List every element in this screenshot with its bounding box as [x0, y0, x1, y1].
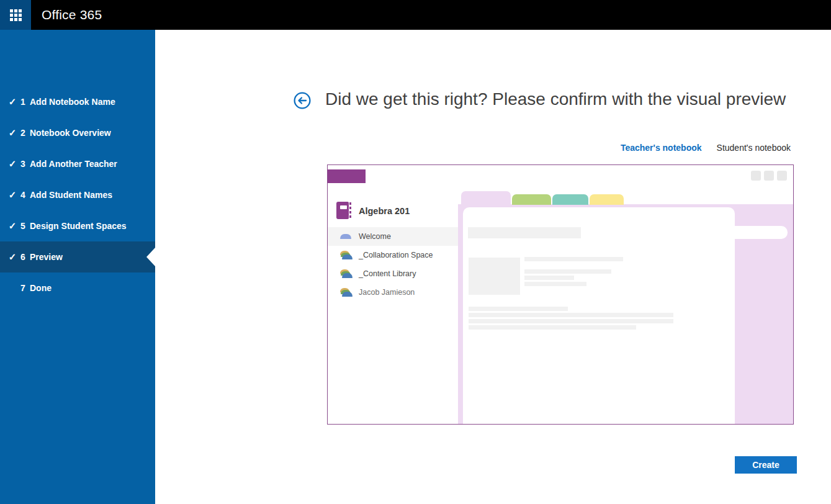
text-line-placeholder	[524, 276, 574, 280]
step-label: Design Student Spaces	[30, 210, 127, 241]
check-icon: ✓	[6, 210, 19, 241]
section-label: _Collaboration Space	[359, 246, 433, 264]
section-tab-green	[512, 194, 551, 205]
section-row-jacob-jamieson: Jacob Jamieson	[328, 283, 458, 302]
step-label: Add Another Teacher	[30, 148, 117, 179]
step-number: 1	[20, 86, 25, 117]
notebook-view-tabs: Teacher's notebook Student's notebook	[621, 143, 791, 153]
section-icon	[340, 233, 354, 241]
wizard-sidebar: ✓ 1 Add Notebook Name ✓ 2 Notebook Overv…	[0, 30, 155, 504]
notebook-icon	[336, 202, 353, 220]
tab-students-notebook[interactable]: Student's notebook	[717, 143, 791, 153]
toolbar-buttons-placeholder	[751, 171, 787, 181]
text-line-placeholder	[469, 313, 673, 317]
sidebar-step-2[interactable]: ✓ 2 Notebook Overview	[0, 117, 155, 148]
page: Office 365 ✓ 1 Add Notebook Name ✓ 2 Not…	[0, 0, 831, 504]
step-number: 6	[20, 241, 25, 272]
sidebar-step-4[interactable]: ✓ 4 Add Student Names	[0, 179, 155, 210]
step-label: Preview	[30, 241, 63, 272]
text-line-placeholder	[469, 325, 636, 330]
back-arrow-icon	[294, 92, 311, 109]
section-row-welcome: Welcome	[328, 227, 458, 246]
step-number: 7	[20, 272, 25, 304]
text-line-placeholder	[524, 269, 611, 274]
step-number: 2	[20, 117, 25, 148]
check-icon	[6, 272, 19, 304]
section-label: Welcome	[359, 227, 391, 246]
page-title-placeholder	[468, 227, 581, 238]
app-title: Office 365	[42, 0, 102, 30]
sidebar-step-5[interactable]: ✓ 5 Design Student Spaces	[0, 210, 155, 241]
step-label: Add Notebook Name	[30, 86, 115, 117]
section-tab-yellow	[590, 194, 624, 205]
section-group-icon	[340, 289, 354, 297]
check-icon: ✓	[6, 241, 19, 272]
check-icon: ✓	[6, 148, 19, 179]
back-button[interactable]	[294, 92, 311, 109]
section-label: _Content Library	[359, 264, 416, 283]
step-label: Notebook Overview	[30, 117, 111, 148]
step-number: 3	[20, 148, 25, 179]
page-title: Did we get this right? Please confirm wi…	[325, 89, 786, 109]
step-label: Done	[30, 272, 52, 304]
step-number: 5	[20, 210, 25, 241]
sidebar-step-3[interactable]: ✓ 3 Add Another Teacher	[0, 148, 155, 179]
page-list-item-placeholder	[725, 226, 788, 239]
step-number: 4	[20, 179, 25, 210]
text-line-placeholder	[469, 319, 673, 323]
section-tab-teal	[552, 194, 588, 205]
text-line-placeholder	[469, 307, 568, 311]
text-line-placeholder	[524, 282, 586, 286]
tab-teachers-notebook[interactable]: Teacher's notebook	[621, 143, 702, 153]
sidebar-step-7[interactable]: 7 Done	[0, 272, 155, 304]
check-icon: ✓	[6, 86, 19, 117]
section-group-icon	[340, 271, 354, 278]
image-placeholder	[469, 258, 520, 295]
create-button[interactable]: Create	[735, 456, 797, 474]
section-tab-active	[461, 191, 511, 205]
check-icon: ✓	[6, 117, 19, 148]
notebook-preview: Algebra 201 Welcome _Collaboration Space…	[327, 164, 794, 425]
text-line-placeholder	[524, 257, 623, 261]
section-row-collaboration-space: _Collaboration Space	[328, 246, 458, 264]
sidebar-step-6-active[interactable]: ✓ 6 Preview	[0, 241, 155, 272]
check-icon: ✓	[6, 179, 19, 210]
notebook-title: Algebra 201	[359, 202, 410, 220]
ribbon-placeholder	[328, 169, 366, 183]
app-launcher-icon	[10, 9, 22, 21]
section-group-icon	[340, 252, 354, 259]
top-bar: Office 365	[0, 0, 831, 30]
sidebar-step-1[interactable]: ✓ 1 Add Notebook Name	[0, 86, 155, 117]
section-row-content-library: _Content Library	[328, 264, 458, 283]
section-label: Jacob Jamieson	[359, 283, 415, 302]
app-launcher-button[interactable]	[0, 0, 31, 30]
step-label: Add Student Names	[30, 179, 112, 210]
